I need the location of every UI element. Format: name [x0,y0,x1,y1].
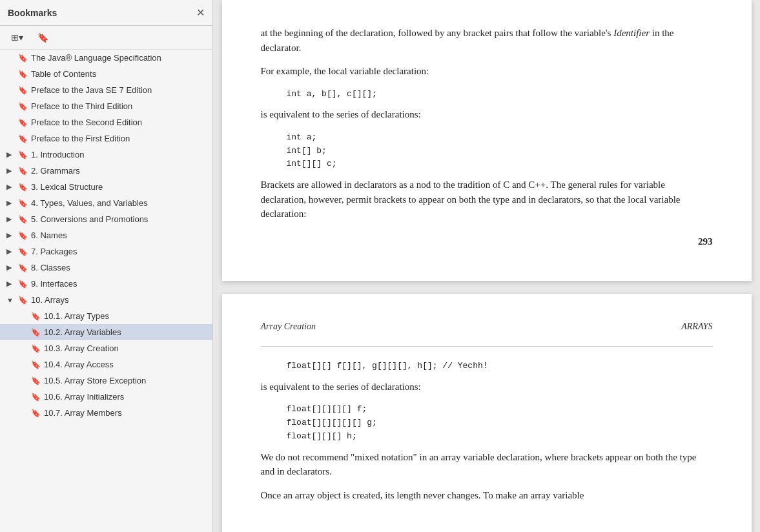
sidebar-item-label-ch1: 1. Introduction [31,150,84,159]
sidebar-item-label-preface-1: Preface to the First Edition [31,134,130,143]
grid-icon: ⊞ [11,32,19,43]
identifier-italic: Identifier [613,28,650,38]
main-content[interactable]: at the beginning of the declaration, fol… [213,0,760,532]
sidebar-item-preface-2[interactable]: 🔖Preface to the Second Edition [0,114,212,130]
example-label: For example, the local variable declarat… [261,64,713,79]
sidebar-item-ch9[interactable]: ▶🔖9. Interfaces [0,276,212,292]
bookmark-icon-ch10-4: 🔖 [31,360,40,369]
bookmark-icon-preface-1: 🔖 [18,134,27,143]
sidebar-item-label-ch10-6: 10.6. Array Initializers [44,392,124,402]
code-p2-line-3: float[][][] h; [287,430,713,444]
bookmark-add-icon: 🔖 [37,32,48,43]
bookmark-icon-ch10-5: 🔖 [31,376,40,385]
sidebar-item-label-ch4: 4. Types, Values, and Variables [31,198,148,208]
sidebar-item-label-preface-2: Preface to the Second Edition [31,118,142,127]
sidebar-item-ch6[interactable]: ▶🔖6. Names [0,227,212,243]
bookmark-icon-ch10-6: 🔖 [31,393,40,402]
bookmark-icon-ch8: 🔖 [18,263,27,272]
sidebar-item-ch10-7[interactable]: 🔖10.7. Array Members [0,405,212,421]
sidebar-item-ch10-2[interactable]: 🔖10.2. Array Variables [0,324,212,340]
sidebar-item-ch10-1[interactable]: 🔖10.1. Array Types [0,308,212,324]
sidebar-item-label-ch10-5: 10.5. Array Store Exception [44,376,146,385]
code-block-p2-2: float[][][][] f; float[][][][][] g; floa… [287,403,713,443]
close-button[interactable]: ✕ [196,6,205,19]
bookmark-icon-ch2: 🔖 [18,167,27,176]
equiv-text-1: is equivalent to the series of declarati… [261,107,713,122]
sidebar-item-ch10-3[interactable]: 🔖10.3. Array Creation [0,340,212,356]
equiv-text-2: is equivalent to the series of declarati… [261,380,713,394]
sidebar-item-ch10-4[interactable]: 🔖10.4. Array Access [0,356,212,373]
header-left: Array Creation [261,320,316,333]
sidebar-item-label-ch10-3: 10.3. Array Creation [44,343,119,353]
sidebar-item-ch4[interactable]: ▶🔖4. Types, Values, and Variables [0,195,212,211]
sidebar-item-ch8[interactable]: ▶🔖8. Classes [0,260,212,276]
sidebar-item-label-ch3: 3. Lexical Structure [31,182,103,192]
sidebar-item-label-ch10-7: 10.7. Array Members [44,408,122,418]
mixed-notation-text: We do not recommend "mixed notation" in … [261,450,713,479]
expand-icon-ch1[interactable]: ▶ [6,150,17,159]
sidebar-item-label-ch7: 7. Packages [31,247,77,256]
page-divider [261,346,713,347]
header-right: ARRAYS [681,320,712,333]
bookmark-icon-ch4: 🔖 [18,199,27,208]
bookmark-icon-ch10: 🔖 [18,296,27,305]
page-header: Array Creation ARRAYS [261,320,713,333]
sidebar-item-toc[interactable]: 🔖Table of Contents [0,66,212,82]
sidebar-item-ch10-5[interactable]: 🔖10.5. Array Store Exception [0,373,212,389]
code-line-2b: int[] b; [287,145,713,158]
expand-icon-ch5[interactable]: ▶ [6,215,17,223]
sidebar-item-label-ch5: 5. Conversions and Promotions [31,214,148,224]
array-object-text: Once an array object is created, its len… [261,488,713,503]
sidebar-title: Bookmarks [8,8,57,18]
bookmark-icon-toc: 🔖 [18,70,27,79]
sidebar-item-ch2[interactable]: ▶🔖2. Grammars [0,163,212,179]
code-p2-line-2: float[][][][][] g; [287,416,713,430]
sidebar-item-label-ch8: 8. Classes [31,263,70,272]
page-number-1: 293 [261,234,713,249]
sidebar-item-label-ch6: 6. Names [31,230,67,240]
expand-icon-ch4[interactable]: ▶ [6,199,17,207]
expand-icon-ch8[interactable]: ▶ [6,263,17,272]
bookmark-icon-ch6: 🔖 [18,231,27,240]
bookmark-icon-ch1: 🔖 [18,150,27,159]
page-1: at the beginning of the declaration, fol… [222,0,752,281]
sidebar-toolbar: ⊞▾ 🔖 [0,26,212,50]
code-line-1: int a, b[], c[][]; [287,89,377,99]
sidebar-item-ch5[interactable]: ▶🔖5. Conversions and Promotions [0,211,212,227]
sidebar-item-ch10[interactable]: ▼🔖10. Arrays [0,292,212,308]
sidebar-item-ch3[interactable]: ▶🔖3. Lexical Structure [0,179,212,195]
bookmark-icon-preface-se7: 🔖 [18,86,27,95]
expand-icon-ch9[interactable]: ▶ [6,280,17,288]
sidebar-item-preface-se7[interactable]: 🔖Preface to the Java SE 7 Edition [0,82,212,98]
expand-icon-ch3[interactable]: ▶ [6,183,17,191]
intro-paragraph: at the beginning of the declaration, fol… [261,26,713,55]
expand-icon-ch10[interactable]: ▼ [6,296,17,304]
sidebar-item-ch1[interactable]: ▶🔖1. Introduction [0,147,212,163]
bookmark-icon-ch5: 🔖 [18,215,27,224]
sidebar-header: Bookmarks ✕ [0,0,212,26]
sidebar-item-preface-1[interactable]: 🔖Preface to the First Edition [0,130,212,147]
code-line-p2-1: float[][] f[][], g[][][], h[]; // Yechh! [287,361,488,371]
bookmark-icon-java-spec: 🔖 [18,54,27,63]
code-p2-line-1: float[][][][] f; [287,403,713,416]
bookmark-icon-ch7: 🔖 [18,247,27,256]
code-line-2c: int[][] c; [287,158,713,171]
bookmarks-list: 🔖The Java® Language Specification🔖Table … [0,50,212,532]
expand-icon-ch7[interactable]: ▶ [6,247,17,256]
bookmark-icon-preface-3: 🔖 [18,102,27,111]
sidebar-item-java-spec[interactable]: 🔖The Java® Language Specification [0,50,212,66]
sidebar-item-ch7[interactable]: ▶🔖7. Packages [0,243,212,260]
sidebar-item-ch10-6[interactable]: 🔖10.6. Array Initializers [0,389,212,405]
code-line-2a: int a; [287,131,713,145]
sidebar-item-preface-3[interactable]: 🔖Preface to the Third Edition [0,98,212,114]
code-block-1: int a, b[], c[][]; [287,88,713,101]
code-block-p2-1: float[][] f[][], g[][][], h[]; // Yechh! [287,360,713,373]
bookmark-icon-ch10-7: 🔖 [31,409,40,418]
grid-view-button[interactable]: ⊞▾ [6,30,28,45]
expand-icon-ch6[interactable]: ▶ [6,231,17,240]
sidebar: Bookmarks ✕ ⊞▾ 🔖 🔖The Java® Language Spe… [0,0,213,532]
add-bookmark-button[interactable]: 🔖 [33,30,53,45]
expand-icon-ch2[interactable]: ▶ [6,167,17,175]
page-2: Array Creation ARRAYS float[][] f[][], g… [222,294,752,532]
sidebar-item-label-ch10-4: 10.4. Array Access [44,360,114,369]
